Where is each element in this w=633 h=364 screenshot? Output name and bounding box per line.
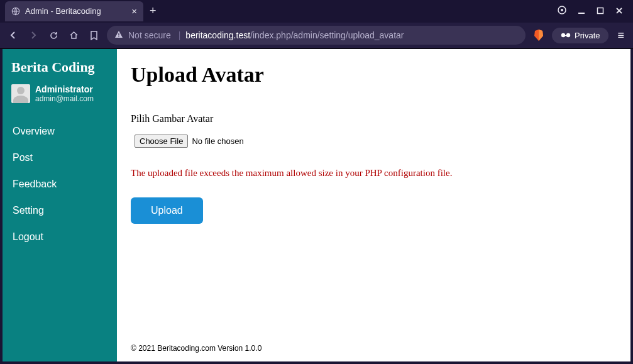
browser-toolbar: Not secure | beritacoding.test/index.php… (0, 23, 633, 48)
window-controls (558, 6, 633, 17)
field-label: Pilih Gambar Avatar (131, 113, 617, 124)
sidebar-item-feedback[interactable]: Feedback (3, 171, 117, 197)
user-info: Administrator admin@mail.com (35, 84, 94, 103)
security-status: Not secure (128, 30, 171, 40)
app-viewport: Berita Coding Administrator admin@mail.c… (0, 49, 633, 364)
svg-rect-4 (598, 8, 603, 13)
reload-button[interactable] (47, 28, 60, 42)
sidebar-item-setting[interactable]: Setting (3, 197, 117, 224)
page-title: Upload Avatar (131, 63, 617, 87)
url-path: /index.php/admin/setting/upload_avatar (250, 30, 404, 40)
main-content: Upload Avatar Pilih Gambar Avatar Choose… (117, 49, 630, 361)
brave-shields-icon[interactable] (532, 28, 546, 42)
choose-file-button[interactable]: Choose File (135, 135, 188, 148)
nav-list: Overview Post Feedback Setting Logout (3, 118, 117, 250)
back-button[interactable] (6, 28, 20, 42)
tab-bar: Admin - Beritacoding × + (0, 0, 633, 23)
svg-rect-6 (118, 36, 119, 36)
tab-title: Admin - Beritacoding (25, 6, 126, 16)
user-block: Administrator admin@mail.com (3, 84, 117, 112)
url-domain: beritacoding.test (185, 30, 250, 40)
brand-title: Berita Coding (3, 57, 117, 84)
url: beritacoding.test/index.php/admin/settin… (185, 30, 404, 40)
minimize-icon[interactable] (578, 6, 585, 17)
svg-rect-3 (578, 13, 585, 14)
user-name: Administrator (35, 84, 94, 94)
new-tab-button[interactable]: + (150, 4, 157, 18)
incognito-icon (561, 31, 571, 40)
svg-rect-5 (118, 33, 119, 36)
sidebar: Berita Coding Administrator admin@mail.c… (3, 49, 117, 361)
sidebar-item-post[interactable]: Post (3, 145, 117, 171)
error-message: The uploaded file exceeds the maximum al… (131, 168, 617, 179)
address-bar[interactable]: Not secure | beritacoding.test/index.php… (107, 26, 526, 45)
file-input-row: Choose File No file chosen (131, 135, 617, 148)
warning-icon (114, 30, 123, 41)
file-status: No file chosen (192, 136, 243, 146)
private-label: Private (575, 31, 600, 40)
user-email: admin@mail.com (35, 94, 94, 103)
upload-button[interactable]: Upload (131, 197, 203, 224)
browser-chrome: Admin - Beritacoding × + Not secure | be… (0, 0, 633, 49)
browser-tab[interactable]: Admin - Beritacoding × (5, 1, 143, 21)
close-icon[interactable]: × (131, 6, 137, 16)
maximize-icon[interactable] (597, 6, 604, 17)
bookmark-button[interactable] (87, 28, 101, 42)
tor-indicator-icon[interactable] (558, 6, 566, 17)
close-window-icon[interactable] (615, 6, 623, 17)
svg-point-2 (561, 9, 563, 11)
home-button[interactable] (67, 28, 80, 42)
svg-rect-9 (564, 35, 567, 36)
hamburger-icon[interactable]: ≡ (615, 29, 627, 42)
private-badge[interactable]: Private (552, 28, 608, 43)
globe-icon (11, 7, 20, 16)
avatar (11, 84, 30, 103)
forward-button[interactable] (26, 28, 40, 42)
sidebar-item-overview[interactable]: Overview (3, 118, 117, 145)
sidebar-item-logout[interactable]: Logout (3, 224, 117, 250)
footer: © 2021 Beritacoding.com Version 1.0.0 (131, 344, 617, 356)
